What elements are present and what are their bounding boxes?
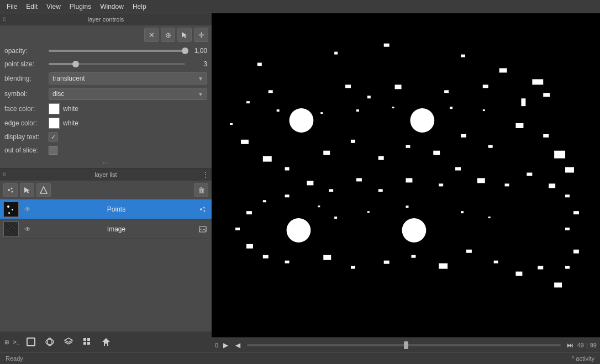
svg-rect-78 [538, 266, 543, 270]
face-color-swatch[interactable] [49, 103, 60, 114]
svg-rect-14 [83, 338, 86, 341]
svg-rect-28 [543, 93, 550, 97]
blending-dropdown[interactable]: translucent ▼ [49, 72, 207, 85]
svg-point-2 [11, 188, 13, 189]
svg-rect-57 [439, 183, 443, 186]
svg-rect-66 [235, 228, 240, 230]
layer-item-image[interactable]: 👁 Image [0, 219, 212, 239]
grid-btn[interactable] [80, 334, 95, 350]
edge-color-label: edge color: [4, 119, 49, 127]
move-button[interactable]: ✛ [194, 28, 208, 42]
svg-rect-47 [488, 145, 493, 148]
svg-rect-41 [323, 151, 330, 155]
svg-rect-37 [230, 123, 233, 125]
blending-value: translucent [52, 75, 85, 82]
delete-layer-btn[interactable]: 🗑 [194, 183, 208, 197]
point-size-control: 3 [49, 60, 207, 68]
menu-view[interactable]: View [42, 2, 65, 12]
svg-rect-68 [263, 255, 269, 259]
point-size-row: point size: 3 [0, 57, 212, 71]
svg-rect-65 [246, 211, 252, 214]
svg-rect-33 [367, 96, 371, 98]
svg-rect-58 [406, 178, 413, 182]
close-button[interactable]: ✕ [144, 28, 159, 42]
svg-rect-11 [27, 338, 35, 346]
layers-btn[interactable] [61, 334, 76, 350]
svg-rect-36 [246, 101, 250, 103]
add-button[interactable]: ⊕ [161, 28, 175, 42]
edge-color-value: white [63, 119, 78, 127]
out-of-slice-checkbox[interactable] [49, 146, 57, 155]
select-button[interactable] [177, 28, 192, 42]
visibility-icon-points[interactable]: 👁 [22, 204, 33, 215]
svg-point-18 [290, 108, 314, 133]
menu-window[interactable]: Window [96, 2, 128, 12]
next-end-btn[interactable]: ⏭ [565, 340, 575, 350]
svg-rect-50 [554, 151, 565, 159]
svg-rect-69 [285, 261, 290, 263]
opacity-slider[interactable] [49, 50, 185, 52]
timeline-slider[interactable] [247, 344, 561, 346]
shape-tool-btn[interactable] [36, 183, 51, 197]
point-size-slider[interactable] [49, 63, 185, 65]
svg-rect-43 [378, 156, 384, 160]
display-text-row: display text: ✓ [0, 130, 212, 144]
symbol-dropdown[interactable]: disc ▼ [49, 88, 207, 100]
layer-list-menu-icon[interactable]: ⋮ [202, 170, 209, 179]
canvas-area: 0 ▶ ◀ ⏭ 49 | 99 [212, 13, 600, 352]
points-tool-btn[interactable] [3, 183, 18, 197]
edge-color-swatch[interactable] [49, 118, 60, 129]
svg-rect-56 [455, 167, 461, 171]
console-btn[interactable]: ⊞ >_ [4, 334, 20, 350]
svg-rect-76 [494, 261, 498, 263]
layer-item-points[interactable]: 👁 Points [0, 199, 212, 219]
canvas-viewport[interactable] [212, 13, 600, 337]
svg-point-12 [46, 339, 54, 345]
svg-rect-81 [573, 250, 579, 254]
menu-help[interactable]: Help [128, 2, 151, 12]
panel-resize-dots[interactable]: ··· [0, 157, 212, 168]
symbol-label: symbol: [4, 90, 49, 98]
activity-label: ^ activity [571, 355, 594, 362]
home-btn[interactable] [98, 334, 114, 350]
menu-file[interactable]: File [2, 2, 22, 12]
svg-rect-64 [263, 200, 266, 202]
layer-list-header: ⠿ layer list ⋮ [0, 168, 212, 181]
svg-marker-5 [40, 187, 47, 193]
svg-point-21 [402, 218, 427, 242]
svg-rect-49 [543, 134, 549, 138]
3d-btn[interactable] [42, 334, 57, 350]
prev-btn[interactable]: ◀ [233, 340, 243, 350]
svg-rect-54 [505, 183, 509, 186]
svg-rect-45 [433, 151, 440, 155]
menu-plugins[interactable]: Plugins [65, 2, 96, 12]
svg-rect-46 [461, 134, 466, 138]
svg-rect-89 [450, 107, 452, 109]
edge-color-row: edge color: white [0, 116, 212, 130]
svg-point-7 [203, 207, 205, 208]
visibility-icon-image[interactable]: 👁 [22, 224, 33, 235]
layer-controls-header: ⠿ layer controls [0, 13, 212, 25]
svg-rect-35 [269, 90, 273, 93]
svg-point-8 [204, 210, 206, 212]
drag-handle2-icon: ⠿ [2, 172, 6, 178]
svg-rect-34 [345, 85, 351, 88]
svg-rect-44 [406, 145, 410, 148]
menu-edit[interactable]: Edit [22, 2, 42, 12]
square-btn[interactable] [23, 334, 39, 350]
timeline-end: 99 [590, 342, 597, 349]
controls-toolbar: ✕ ⊕ ✛ [0, 25, 212, 44]
select-tool-btn[interactable] [20, 183, 34, 197]
svg-rect-82 [565, 228, 570, 230]
dropdown-arrow2-icon: ▼ [198, 91, 203, 97]
svg-rect-38 [241, 140, 249, 144]
blending-label: blending: [4, 75, 49, 82]
svg-rect-15 [87, 338, 90, 341]
play-btn[interactable]: ▶ [220, 340, 230, 350]
layer-list-panel: ⠿ layer list ⋮ [0, 168, 212, 331]
svg-marker-4 [24, 187, 30, 193]
symbol-row: symbol: disc ▼ [0, 86, 212, 102]
opacity-control: 1,00 [49, 47, 207, 55]
display-text-checkbox[interactable]: ✓ [49, 133, 57, 141]
svg-rect-29 [521, 98, 525, 106]
